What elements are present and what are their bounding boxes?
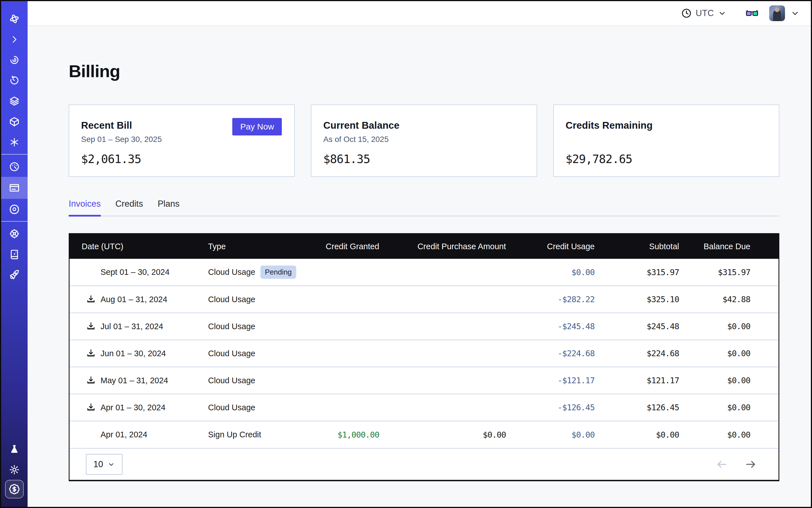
chevron-right-icon[interactable] (1, 29, 28, 50)
rocket-icon[interactable] (1, 264, 28, 285)
table-row: Jul 01 – 31, 2024 Cloud Usage -$245.48 $… (70, 313, 778, 340)
subtotal: $245.48 (595, 313, 679, 340)
pager (716, 458, 757, 470)
main-area: UTC Billing (28, 1, 811, 507)
sidebar (1, 1, 28, 507)
balance-due: $0.00 (679, 340, 778, 367)
current-balance-card: Current Balance As of Oct 15, 2025 $861.… (311, 104, 537, 177)
card-title: Credits Remaining (566, 120, 766, 131)
layers-icon[interactable] (1, 91, 28, 111)
credit-granted: $1,000.00 (324, 421, 379, 448)
download-invoice-icon[interactable] (86, 294, 96, 304)
invoice-type: Cloud Usage (208, 403, 255, 412)
cube-icon[interactable] (1, 111, 28, 132)
subtotal: $126.45 (595, 394, 679, 421)
glasses-icon[interactable] (745, 8, 759, 18)
download-invoice-icon[interactable] (86, 348, 96, 358)
asterisk-icon[interactable] (1, 132, 28, 152)
credit-usage: -$121.17 (506, 367, 595, 394)
column-header-type: Type (197, 234, 324, 259)
recent-bill-card: Recent Bill Sep 01 – Sep 30, 2025 $2,061… (69, 104, 295, 177)
gauge-icon[interactable] (1, 156, 28, 177)
invoice-date: Apr 01, 2024 (100, 430, 147, 439)
gear-icon[interactable] (1, 199, 28, 219)
card-subtitle: As of Oct 15, 2025 (323, 135, 524, 144)
invoice-type: Cloud Usage (208, 267, 255, 277)
invoice-type: Cloud Usage (208, 322, 255, 331)
invoice-date: May 01 – 31, 2024 (100, 376, 168, 385)
table-footer: 10 (70, 448, 778, 480)
invoice-type: Cloud Usage (208, 376, 255, 385)
clock-icon (681, 8, 692, 18)
balance-due: $0.00 (679, 313, 778, 340)
table-row: May 01 – 31, 2024 Cloud Usage -$121.17 $… (70, 367, 778, 394)
credit-usage: $0.00 (506, 421, 595, 448)
card-amount: $861.35 (323, 152, 524, 166)
balance-due: $0.00 (679, 394, 778, 421)
credit-usage: -$282.22 (506, 286, 595, 313)
book-sparkle-icon[interactable] (1, 244, 28, 264)
next-page-arrow-icon[interactable] (745, 458, 757, 470)
credit-usage: $0.00 (506, 259, 595, 286)
helm-icon[interactable] (1, 223, 28, 244)
flask-icon[interactable] (1, 439, 28, 459)
table-row: Jun 01 – 30, 2024 Cloud Usage -$224.68 $… (70, 340, 778, 367)
page-size-value: 10 (93, 459, 103, 469)
subtotal: $0.00 (595, 421, 679, 448)
chevron-down-icon[interactable] (790, 9, 800, 18)
timezone-selector[interactable]: UTC (681, 8, 726, 18)
sidebar-item-billing[interactable] (1, 177, 28, 199)
chevron-down-icon (718, 9, 726, 17)
sun-icon[interactable] (1, 459, 28, 480)
balance-due: $0.00 (679, 367, 778, 394)
card-subtitle (566, 135, 766, 144)
page-title: Billing (69, 61, 779, 81)
balance-due: $315.97 (679, 259, 778, 286)
page-size-select[interactable]: 10 (86, 454, 123, 475)
subtotal: $121.17 (595, 367, 679, 394)
previous-page-arrow-icon[interactable] (716, 458, 728, 470)
download-invoice-icon[interactable] (86, 321, 96, 331)
column-header-subtotal: Subtotal (595, 234, 679, 259)
summary-cards: Recent Bill Sep 01 – Sep 30, 2025 $2,061… (69, 104, 779, 177)
table-header-row: Date (UTC) Type Credit Granted Credit Pu… (70, 234, 778, 259)
app-window: UTC Billing (0, 0, 812, 508)
balance-due: $42.88 (679, 286, 778, 313)
logo-icon[interactable] (1, 8, 28, 29)
timer-icon[interactable] (1, 70, 28, 91)
invoice-date: Jun 01 – 30, 2024 (100, 349, 166, 358)
credit-usage: -$224.68 (506, 340, 595, 367)
timezone-label: UTC (696, 8, 714, 18)
column-header-balance-due: Balance Due (679, 234, 778, 259)
table-row: Apr 01, 2024 Sign Up Credit $1,000.00 $0… (70, 421, 778, 448)
subtotal: $224.68 (595, 340, 679, 367)
invoice-type: Cloud Usage (208, 295, 255, 304)
avatar[interactable] (769, 5, 785, 21)
tab-plans[interactable]: Plans (158, 199, 180, 216)
sidebar-divider (1, 221, 28, 222)
table-row: Apr 01 – 30, 2024 Cloud Usage -$126.45 $… (70, 394, 778, 421)
invoice-date: Aug 01 – 31, 2024 (100, 295, 167, 304)
card-amount: $2,061.35 (81, 152, 282, 166)
billing-tabs: Invoices Credits Plans (69, 199, 779, 216)
download-invoice-icon[interactable] (86, 375, 96, 385)
table-row: Sept 01 – 30, 2024 Cloud UsagePending $0… (70, 259, 778, 286)
pay-now-button[interactable]: Pay Now (232, 118, 282, 135)
content: Billing Recent Bill Sep 01 – Sep 30, 202… (28, 26, 811, 507)
download-invoice-icon[interactable] (86, 403, 96, 413)
invoices-table: Date (UTC) Type Credit Granted Credit Pu… (69, 233, 779, 481)
topbar: UTC (28, 1, 811, 26)
column-header-credit-usage: Credit Usage (506, 234, 595, 259)
tab-invoices[interactable]: Invoices (69, 199, 101, 216)
invoice-date: Jul 01 – 31, 2024 (100, 322, 163, 331)
column-header-date: Date (UTC) (70, 234, 197, 259)
credit-usage: -$126.45 (506, 394, 595, 421)
invoice-date: Sept 01 – 30, 2024 (100, 267, 170, 277)
card-title: Current Balance (323, 120, 524, 131)
balance-due: $0.00 (679, 421, 778, 448)
tab-credits[interactable]: Credits (116, 199, 143, 216)
credit-usage: -$245.48 (506, 313, 595, 340)
dollar-badge-icon[interactable] (5, 480, 24, 499)
radar-icon[interactable] (1, 50, 28, 70)
invoice-type: Cloud Usage (208, 349, 255, 358)
